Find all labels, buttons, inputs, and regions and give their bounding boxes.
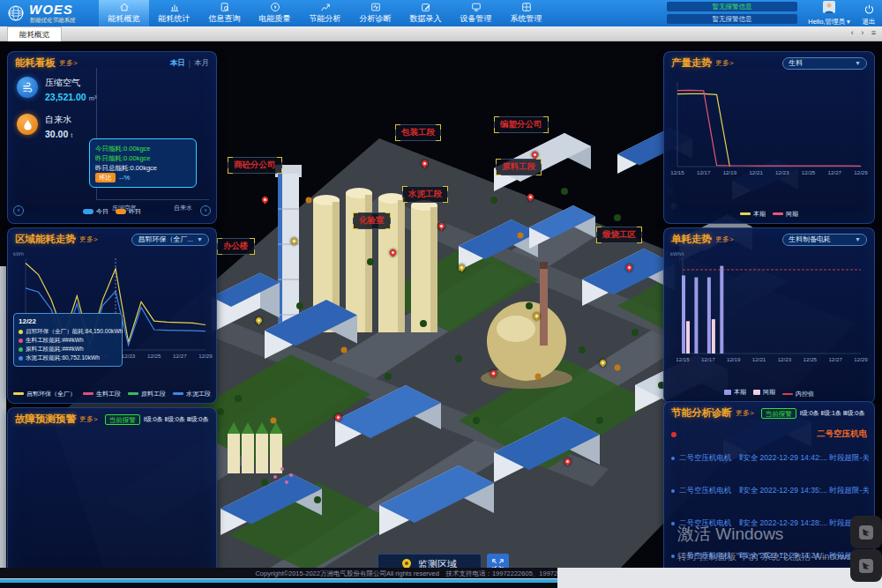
app-logo: WOES 智能优化节能系统 <box>0 0 99 26</box>
nav-item-energy-analysis[interactable]: 节能分析 <box>300 0 350 26</box>
power-quality-icon <box>270 2 280 12</box>
more-link[interactable]: 更多> <box>79 234 98 244</box>
next-arrow-button[interactable]: › <box>200 205 211 216</box>
more-link[interactable]: 更多> <box>715 234 734 244</box>
top-navbar: WOES 智能优化节能系统 能耗概览 能耗统计 信息查询 电能质量 <box>0 0 882 26</box>
nav-item-data-entry[interactable]: 数据录入 <box>400 0 451 26</box>
alert-banner-1: 暂无报警信息 <box>667 2 797 11</box>
trend-icon <box>320 2 331 12</box>
map-label-cement-section[interactable]: 水泥工段 <box>402 186 448 203</box>
home-icon <box>119 2 130 12</box>
alarm-level-counts: Ⅰ级:0条 Ⅱ级:0条 Ⅲ级:0条 <box>144 415 209 424</box>
svg-text:12/27: 12/27 <box>828 169 842 175</box>
search-doc-icon <box>220 2 230 12</box>
svg-text:12/27: 12/27 <box>173 353 187 359</box>
more-link[interactable]: 更多> <box>59 58 78 68</box>
alarm-marquee: 二号空压机电 <box>671 428 867 440</box>
map-label-laboratory[interactable]: 化验室 <box>353 212 391 229</box>
diagnosis-icon <box>370 2 381 12</box>
diagnosis-list-item[interactable]: 二号空压机电机 Ⅱ安全 2022-12-29 14:24:... 时段超限-关.… <box>671 551 869 562</box>
toggle-month[interactable]: 本月 <box>194 58 209 69</box>
app-window: WOES 智能优化节能系统 能耗概览 能耗统计 信息查询 电能质量 <box>0 0 882 588</box>
svg-text:12/21: 12/21 <box>752 356 766 362</box>
region-dropdown[interactable]: 昌郓环保（全厂...▼ <box>131 234 209 246</box>
production-legend: 本期同期 <box>664 203 874 219</box>
bottom-right-strip <box>557 568 882 588</box>
current-alarm-chip[interactable]: 当前报警 <box>105 414 140 425</box>
panel-title: 产量走势 <box>671 56 712 70</box>
metric-compressed-air: 压缩空气 23,521.00 m³ <box>17 77 96 102</box>
svg-text:12/27: 12/27 <box>828 356 842 362</box>
svg-text:12/15: 12/15 <box>676 356 690 362</box>
caret-down-icon: ▾ <box>847 18 850 26</box>
water-drop-icon <box>17 114 38 135</box>
region-chart-tooltip: 12/22 昌郓环保（全厂）能耗:84,150.00kWh生料工段能耗:###k… <box>13 313 123 367</box>
overlay-tool-button-2[interactable] <box>850 549 882 582</box>
overlay-tool-icon <box>857 524 875 541</box>
map-label-office-building[interactable]: 办公楼 <box>217 238 255 255</box>
panel-energy-kanban: 能耗看板 更多> 本日 | 本月 压缩空气 23,521.00 m³ <box>7 51 217 224</box>
svg-text:12/15: 12/15 <box>670 169 684 175</box>
edit-icon <box>421 2 431 12</box>
overlay-tool-button-1[interactable] <box>850 516 882 548</box>
metric-tap-water: 自来水 30.00 t <box>17 114 72 139</box>
map-label-concrete-branch[interactable]: 商砼分公司 <box>228 157 282 174</box>
diagnosis-list-item[interactable]: 二号空压机电机 Ⅱ安全 2022-12-29 14:28:... 时段超限-关.… <box>671 518 869 529</box>
user-menu[interactable]: Hello,管理员 ▾ <box>801 1 857 26</box>
logo-subtitle: 智能优化节能系统 <box>29 18 75 24</box>
nav-item-energy-stats[interactable]: 能耗统计 <box>149 0 199 26</box>
more-link[interactable]: 更多> <box>79 414 98 424</box>
map-label-packing-section[interactable]: 包装工段 <box>395 124 441 141</box>
tab-scroll-controls[interactable]: ‹ › ≡ <box>851 28 878 37</box>
prev-arrow-button[interactable]: ‹ <box>13 205 24 216</box>
panel-production-trend: 产量走势 更多> 生料▼ 12/1512/1712/1912/2112/2312… <box>663 51 875 224</box>
panel-title: 节能分析诊断 <box>671 406 732 420</box>
svg-text:12/29: 12/29 <box>854 356 868 362</box>
nav-item-device-mgmt[interactable]: 设备管理 <box>451 0 501 26</box>
ratio-chip: 环比 <box>95 173 116 182</box>
more-link[interactable]: 更多> <box>736 408 754 418</box>
svg-text:12/29: 12/29 <box>198 353 213 359</box>
logout-button[interactable]: 退出 <box>857 2 880 26</box>
diagnosis-list-item[interactable]: 二号空压机电机 Ⅱ安全 2022-12-29 14:42:... 时段超限-关.… <box>671 453 869 464</box>
more-link[interactable]: 更多> <box>715 58 734 68</box>
kanban-legend: 今日昨日 <box>8 202 216 218</box>
map-label-raw-material-section[interactable]: 原料工段 <box>496 159 542 175</box>
svg-text:12/21: 12/21 <box>749 169 763 175</box>
svg-text:12/25: 12/25 <box>147 353 161 359</box>
svg-text:12/29: 12/29 <box>854 169 868 175</box>
main-area: 商砼分公司 包装工段 编塑分公司 原料工段 水泥工段 化验室 办公楼 煅烧工区 … <box>0 41 882 571</box>
overlay-tool-icon <box>857 557 875 575</box>
production-dropdown[interactable]: 生料▼ <box>782 57 867 70</box>
nav-item-energy-overview[interactable]: 能耗概览 <box>99 0 149 26</box>
nav-item-system-mgmt[interactable]: 系统管理 <box>501 0 551 26</box>
svg-text:12/17: 12/17 <box>697 169 711 175</box>
nav-item-analysis-diagnosis[interactable]: 分析诊断 <box>350 0 400 26</box>
diagnosis-list-item[interactable]: 二号空压机电机 Ⅱ安全 2022-12-29 14:35:... 时段超限-关.… <box>671 486 869 496</box>
power-icon <box>864 4 874 14</box>
panel-unit-consumption-trend: 单耗走势 更多> 生料制备电耗▼ kWh/t12/1512/1712/1912/… <box>663 227 875 404</box>
system-icon <box>521 2 532 12</box>
globe-icon <box>7 4 25 22</box>
map-label-weaving-branch[interactable]: 编塑分公司 <box>494 116 549 133</box>
nav-item-info-query[interactable]: 信息查询 <box>199 0 250 26</box>
map-label-calcination-area[interactable]: 煅烧工区 <box>596 227 642 243</box>
svg-text:12/23: 12/23 <box>778 356 792 362</box>
svg-text:12/17: 12/17 <box>701 356 715 362</box>
current-alarm-chip[interactable]: 当前报警 <box>761 408 796 419</box>
nav-item-power-quality[interactable]: 电能质量 <box>250 0 300 26</box>
tab-energy-overview[interactable]: 能耗概览 <box>7 26 62 41</box>
toggle-day[interactable]: 本日 <box>170 58 185 69</box>
unit-dropdown[interactable]: 生料制备电耗▼ <box>782 234 867 246</box>
svg-text:12/23: 12/23 <box>122 353 136 359</box>
svg-text:12/19: 12/19 <box>723 169 737 175</box>
tab-menu-icon: ≡ <box>871 28 878 37</box>
panel-title: 区域能耗走势 <box>15 233 76 246</box>
unit-consumption-chart: kWh/t12/1512/1712/1912/2112/2312/2512/27… <box>669 249 870 380</box>
svg-text:12/25: 12/25 <box>802 169 816 175</box>
panel-title: 单耗走势 <box>671 233 712 246</box>
panel-fault-prediction: 故障预测预警 更多> 当前报警 Ⅰ级:0条 Ⅱ级:0条 Ⅲ级:0条 <box>7 407 217 571</box>
compressed-air-icon <box>17 77 38 98</box>
region-legend: 昌郓环保（全厂）生料工段原料工段水泥工段 <box>8 383 216 398</box>
device-icon <box>471 2 482 12</box>
